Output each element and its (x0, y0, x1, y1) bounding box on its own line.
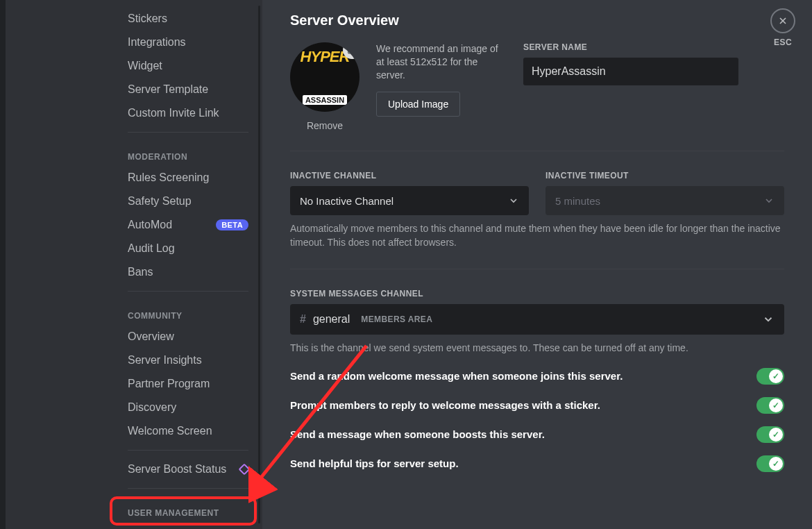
toggle-label: Prompt members to reply to welcome messa… (290, 399, 600, 411)
system-message-toggle-row: Send a random welcome message when someo… (290, 368, 784, 385)
sidebar-item-audit-log[interactable]: Audit Log (124, 237, 253, 260)
sidebar-item-widget[interactable]: Widget (124, 54, 253, 78)
divider (128, 291, 248, 292)
esc-label: ESC (774, 37, 792, 47)
sidebar-item-bans[interactable]: Bans (124, 260, 253, 284)
toggle-switch[interactable]: ✓ (756, 368, 784, 385)
chevron-down-icon (508, 195, 519, 206)
svg-rect-0 (348, 48, 356, 53)
upload-image-button[interactable]: Upload Image (376, 92, 460, 117)
divider (128, 132, 248, 133)
sidebar-item-safety-setup[interactable]: Safety Setup (124, 190, 253, 213)
system-message-toggle-row: Send a message when someone boosts this … (290, 426, 784, 443)
sidebar-item-server-template[interactable]: Server Template (124, 78, 253, 101)
sidebar-item-rules-screening[interactable]: Rules Screening (124, 166, 253, 190)
inactive-channel-label: Inactive Channel (290, 171, 529, 180)
system-channel-name: general (313, 313, 350, 326)
sidebar-item-server-insights[interactable]: Server Insights (124, 349, 253, 372)
server-name-label: Server Name (523, 42, 738, 52)
avatar-recommend-text: We recommend an image of at least 512x51… (376, 42, 501, 82)
avatar-text-top: HYPER (301, 48, 350, 66)
guild-bar-sliver (0, 0, 6, 529)
beta-badge: BETA (216, 219, 248, 230)
sidebar-item-custom-invite-link[interactable]: Custom Invite Link (124, 101, 253, 125)
sidebar-item-members[interactable]: Members (124, 522, 253, 529)
system-messages-help-text: This is the channel we send system event… (290, 342, 784, 355)
toggle-switch[interactable]: ✓ (756, 426, 784, 443)
svg-point-1 (350, 49, 353, 52)
divider (128, 450, 248, 451)
section-header-moderation: Moderation (124, 140, 253, 166)
sidebar-item-automod[interactable]: AutoMod BETA (124, 213, 253, 237)
divider (128, 488, 248, 489)
inactive-timeout-label: Inactive Timeout (545, 171, 784, 180)
boost-icon (239, 464, 251, 476)
server-avatar[interactable]: HYPER ASSASSIN (290, 42, 360, 112)
inactive-timeout-select[interactable]: 5 minutes (545, 186, 784, 215)
system-messages-label: System Messages Channel (290, 289, 784, 299)
toggle-label: Send helpful tips for server setup. (290, 457, 459, 469)
system-channel-category: MEMBERS AREA (361, 314, 432, 324)
toggle-switch[interactable]: ✓ (756, 397, 784, 414)
system-message-toggle-row: Send helpful tips for server setup. ✓ (290, 455, 784, 472)
sidebar-item-integrations[interactable]: Integrations (124, 31, 253, 54)
sidebar-item-community-overview[interactable]: Overview (124, 325, 253, 349)
chevron-down-icon (763, 195, 775, 206)
hash-icon: # (300, 313, 306, 326)
sidebar-item-server-boost-status[interactable]: Server Boost Status (124, 457, 253, 481)
sidebar-item-welcome-screen[interactable]: Welcome Screen (124, 419, 253, 443)
section-header-community: Community (124, 299, 253, 325)
chevron-down-icon (762, 313, 775, 326)
close-icon (777, 15, 788, 26)
inactive-help-text: Automatically move members to this chann… (290, 222, 784, 249)
divider (290, 269, 784, 269)
settings-sidebar: Stickers Integrations Widget Server Temp… (6, 0, 262, 529)
remove-avatar-link[interactable]: Remove (307, 120, 343, 131)
settings-content: Server Overview HYPER ASSASSIN Remove We… (262, 0, 812, 529)
sidebar-item-discovery[interactable]: Discovery (124, 396, 253, 419)
inactive-channel-select[interactable]: No Inactive Channel (290, 186, 529, 215)
server-name-input[interactable] (523, 58, 738, 85)
toggle-label: Send a message when someone boosts this … (290, 428, 545, 440)
system-message-toggle-row: Prompt members to reply to welcome messa… (290, 397, 784, 414)
system-messages-channel-select[interactable]: # general MEMBERS AREA (290, 304, 784, 335)
section-header-user-management: User Management (124, 496, 253, 522)
toggle-switch[interactable]: ✓ (756, 455, 784, 472)
toggle-label: Send a random welcome message when someo… (290, 370, 623, 382)
avatar-text-bottom: ASSASSIN (303, 95, 347, 105)
divider (290, 151, 784, 151)
upload-image-icon[interactable] (343, 42, 360, 59)
sidebar-item-partner-program[interactable]: Partner Program (124, 372, 253, 396)
close-button[interactable] (770, 8, 795, 33)
sidebar-item-stickers[interactable]: Stickers (124, 7, 253, 31)
page-title: Server Overview (290, 12, 784, 28)
